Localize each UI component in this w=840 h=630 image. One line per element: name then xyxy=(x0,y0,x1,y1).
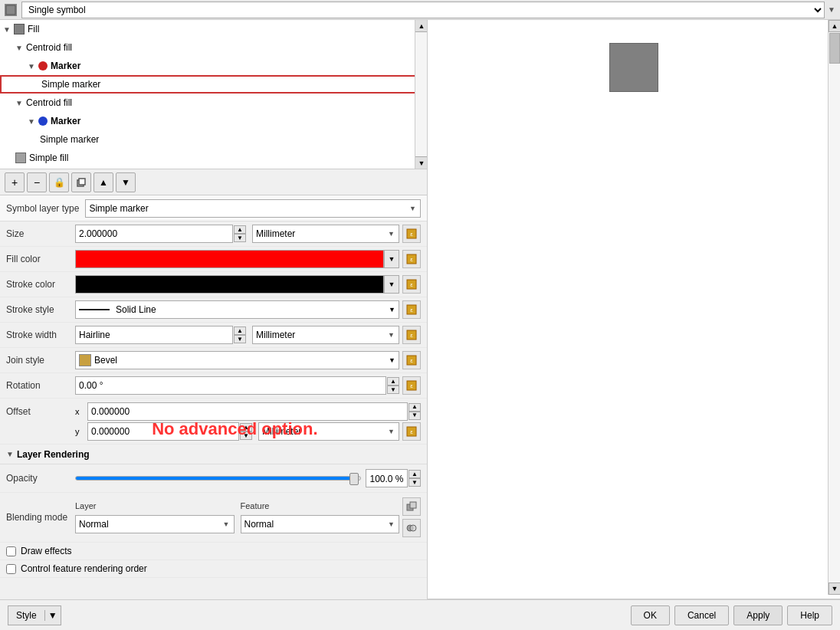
draw-effects-checkbox[interactable] xyxy=(6,546,16,556)
size-label: Size xyxy=(6,228,75,239)
opacity-label: Opacity xyxy=(6,473,75,484)
stroke-line-preview xyxy=(79,309,110,310)
right-scroll-thumb[interactable] xyxy=(829,33,840,64)
join-style-arrow-icon: ▼ xyxy=(389,356,395,364)
blending-feature-label: Feature xyxy=(241,501,400,510)
right-scroll-down-btn[interactable]: ▼ xyxy=(829,582,840,595)
renderer-select[interactable]: Single symbol xyxy=(21,2,825,18)
opacity-up-btn[interactable]: ▲ xyxy=(409,470,421,478)
size-expression-btn[interactable]: ε xyxy=(402,225,421,243)
symbol-layer-type-select[interactable]: Simple marker xyxy=(85,199,421,218)
help-button[interactable]: Help xyxy=(787,605,832,625)
blend-feature-icon xyxy=(406,523,417,533)
stroke-color-bar[interactable] xyxy=(75,275,384,294)
offset-y-down-btn[interactable]: ▼ xyxy=(240,431,252,440)
blending-selects: Normal ▼ Normal ▼ xyxy=(75,515,399,533)
opacity-slider[interactable] xyxy=(75,476,361,481)
rotation-up-btn[interactable]: ▲ xyxy=(387,377,399,386)
join-style-row: Join style Bevel ▼ ε xyxy=(0,348,427,373)
size-up-btn[interactable]: ▲ xyxy=(234,225,246,234)
tree-item-simple-marker1[interactable]: Simple marker xyxy=(0,75,427,94)
size-unit-wrap: Millimeter ▼ xyxy=(249,225,399,243)
blending-mode-row: Blending mode Layer Feature Normal ▼ xyxy=(0,493,427,543)
offset-unit-select[interactable]: Millimeter xyxy=(258,422,399,441)
blend-feature-icon-btn[interactable] xyxy=(402,519,421,537)
svg-text:ε: ε xyxy=(410,256,413,263)
rotation-control: ▲ ▼ xyxy=(75,376,399,395)
tree-item-simple-fill[interactable]: Simple fill xyxy=(0,149,427,167)
symbol-toolbar: + − 🔒 ▲ ▼ xyxy=(0,169,427,195)
remove-layer-btn[interactable]: − xyxy=(27,172,47,192)
blending-icons-group xyxy=(402,497,421,537)
svg-text:ε: ε xyxy=(410,332,413,339)
stroke-width-down-btn[interactable]: ▼ xyxy=(234,335,246,343)
offset-y-up-btn[interactable]: ▲ xyxy=(240,423,252,431)
control-rendering-checkbox[interactable] xyxy=(6,564,16,574)
svg-text:ε: ε xyxy=(410,231,413,238)
opacity-value: 100.0 % xyxy=(366,469,408,487)
fill-color-bar[interactable] xyxy=(75,250,384,268)
stroke-color-expression-btn[interactable]: ε xyxy=(402,275,421,294)
style-dropdown-arrow-icon: ▼ xyxy=(45,610,61,621)
fill-color-dropdown-btn[interactable]: ▼ xyxy=(384,250,399,268)
offset-x-up-btn[interactable]: ▲ xyxy=(409,403,421,412)
rotation-down-btn[interactable]: ▼ xyxy=(387,386,399,394)
scroll-down-btn[interactable]: ▼ xyxy=(415,156,427,169)
blend-layers-icon-btn[interactable] xyxy=(402,497,421,516)
apply-button[interactable]: Apply xyxy=(733,605,783,625)
opacity-down-btn[interactable]: ▼ xyxy=(409,478,421,487)
move-down-btn[interactable]: ▼ xyxy=(116,172,136,192)
stroke-style-select[interactable]: Solid Line ▼ xyxy=(75,300,399,319)
size-unit-select[interactable]: Millimeter xyxy=(252,225,399,243)
style-button[interactable]: Style ▼ xyxy=(8,605,61,625)
offset-x-input[interactable] xyxy=(87,402,408,421)
offset-y-input[interactable] xyxy=(87,422,239,441)
stroke-color-dropdown-btn[interactable]: ▼ xyxy=(384,275,399,294)
tree-item-centroid2[interactable]: ▼ Centroid fill xyxy=(0,94,427,112)
stroke-style-expression-btn[interactable]: ε xyxy=(402,300,421,319)
blending-layer-select[interactable]: Normal xyxy=(75,515,235,533)
tree-item-simple-marker2-label: Simple marker xyxy=(40,134,99,145)
right-scroll-up-btn[interactable]: ▲ xyxy=(829,20,840,32)
control-rendering-row: Control feature rendering order xyxy=(0,560,427,578)
scroll-track xyxy=(415,32,427,156)
join-style-expression-btn[interactable]: ε xyxy=(402,351,421,369)
cancel-button[interactable]: Cancel xyxy=(674,605,729,625)
offset-x-down-btn[interactable]: ▼ xyxy=(409,412,421,420)
blending-feature-select-wrap: Normal ▼ xyxy=(241,515,400,533)
tree-scrollbar: ▲ ▼ xyxy=(415,20,427,169)
tree-item-marker1[interactable]: ▼ Marker xyxy=(0,57,427,75)
size-down-btn[interactable]: ▼ xyxy=(234,234,246,242)
join-style-select[interactable]: Bevel ▼ xyxy=(75,351,399,369)
tree-item-centroid1-label: Centroid fill xyxy=(26,42,72,53)
right-area: ▲ ▼ xyxy=(428,20,840,599)
tree-item-fill[interactable]: ▼ Fill xyxy=(0,20,427,38)
preview-panel xyxy=(428,20,840,599)
blending-feature-select[interactable]: Normal xyxy=(241,515,400,533)
size-input[interactable] xyxy=(75,225,233,243)
arrow-expand-icon: ▼ xyxy=(28,62,37,71)
offset-expression-btn[interactable]: ε xyxy=(402,422,421,441)
move-up-btn[interactable]: ▲ xyxy=(94,172,113,192)
lock-layer-btn[interactable]: 🔒 xyxy=(49,172,69,192)
rotation-expression-btn[interactable]: ε xyxy=(402,376,421,395)
tree-item-marker2[interactable]: ▼ Marker xyxy=(0,112,427,130)
add-layer-btn[interactable]: + xyxy=(5,172,25,192)
tree-item-centroid1[interactable]: ▼ Centroid fill xyxy=(0,38,427,57)
duplicate-icon xyxy=(76,177,87,188)
fill-color-expression-btn[interactable]: ε xyxy=(402,250,421,268)
top-bar: Single symbol ▼ xyxy=(0,0,840,20)
stroke-width-unit-select[interactable]: Millimeter xyxy=(252,326,399,344)
duplicate-layer-btn[interactable] xyxy=(71,172,91,192)
stroke-width-input[interactable] xyxy=(75,326,233,344)
scroll-up-btn[interactable]: ▲ xyxy=(415,20,427,32)
ok-button[interactable]: OK xyxy=(631,605,670,625)
stroke-width-up-btn[interactable]: ▲ xyxy=(234,326,246,335)
stroke-style-control: Solid Line ▼ xyxy=(75,300,399,319)
tree-item-simple-marker2[interactable]: Simple marker xyxy=(0,130,427,149)
stroke-width-expression-btn[interactable]: ε xyxy=(402,326,421,344)
opacity-slider-thumb[interactable] xyxy=(349,473,359,485)
draw-effects-row: Draw effects xyxy=(0,543,427,560)
rotation-input[interactable] xyxy=(75,376,386,395)
blending-layer-label: Layer xyxy=(75,501,235,510)
